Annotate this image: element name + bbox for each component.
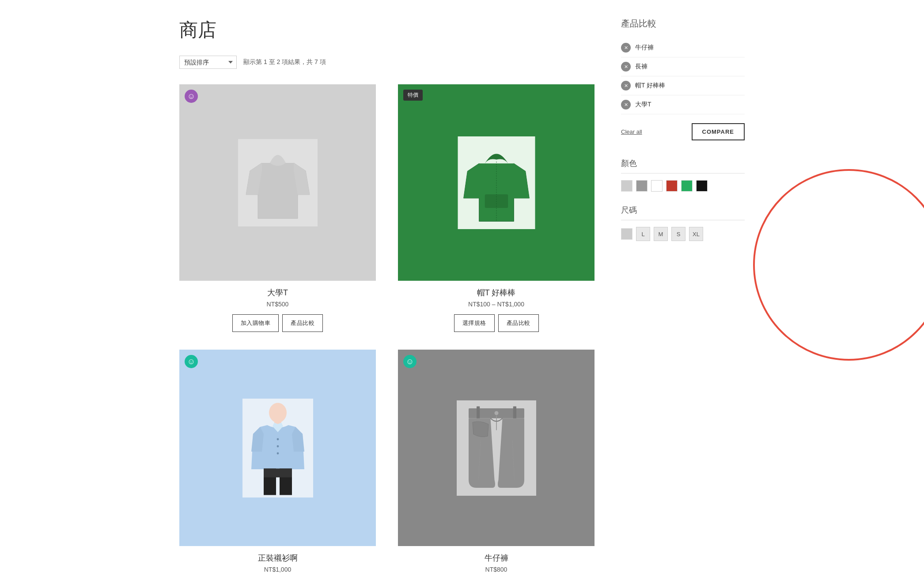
svg-point-21 bbox=[754, 170, 924, 360]
product-name: 大學T bbox=[179, 287, 376, 298]
sort-select[interactable]: 預設排序 價格由低到高 價格由高到低 最新商品 bbox=[179, 56, 237, 69]
product-name: 牛仔褲 bbox=[398, 553, 595, 563]
page-title: 商店 bbox=[179, 18, 595, 42]
size-swatch[interactable]: M bbox=[654, 227, 668, 241]
clear-all-button[interactable]: Clear all bbox=[621, 128, 642, 135]
color-swatch[interactable] bbox=[636, 180, 648, 192]
size-swatch[interactable]: XL bbox=[689, 227, 703, 241]
svg-rect-16 bbox=[513, 406, 516, 420]
smiley-badge: ☺ bbox=[185, 90, 198, 103]
product-compare-button[interactable]: 產品比較 bbox=[282, 314, 323, 332]
svg-point-9 bbox=[276, 452, 279, 454]
product-name: 帽T 好棒棒 bbox=[398, 287, 595, 298]
product-card: ☺ bbox=[179, 84, 376, 332]
product-price: NT$100 – NT$1,000 bbox=[398, 301, 595, 308]
color-swatch[interactable] bbox=[666, 180, 678, 192]
compare-actions: Clear all COMPARE bbox=[621, 123, 745, 140]
compare-item: 長褲 bbox=[621, 57, 745, 76]
compare-item-name: 帽T 好棒棒 bbox=[635, 82, 665, 90]
remove-compare-button[interactable] bbox=[621, 100, 631, 109]
product-name: 正裝襯衫啊 bbox=[179, 553, 376, 563]
sidebar: 產品比較 牛仔褲 長褲 帽T 好棒棒 大學T Clear all COMP bbox=[621, 18, 745, 580]
compare-button[interactable]: COMPARE bbox=[692, 123, 745, 140]
size-options: L M S XL bbox=[621, 227, 745, 241]
products-grid: ☺ bbox=[179, 84, 595, 580]
remove-compare-button[interactable] bbox=[621, 62, 631, 72]
product-image bbox=[179, 84, 376, 281]
compare-item-name: 長褲 bbox=[635, 63, 648, 71]
product-image-wrapper: 特價 bbox=[398, 84, 595, 281]
size-swatch[interactable]: S bbox=[671, 227, 685, 241]
remove-compare-button[interactable] bbox=[621, 43, 631, 53]
result-count: 顯示第 1 至 2 項結果，共 7 項 bbox=[243, 58, 326, 66]
color-filter-section: 顏色 bbox=[621, 158, 745, 192]
size-swatch[interactable]: L bbox=[636, 227, 650, 241]
smiley-badge: ☺ bbox=[185, 355, 198, 368]
product-image bbox=[398, 84, 595, 281]
product-price: NT$800 bbox=[398, 566, 595, 573]
color-swatch[interactable] bbox=[696, 180, 708, 192]
size-filter-title: 尺碼 bbox=[621, 205, 745, 220]
product-price: NT$500 bbox=[179, 301, 376, 308]
annotation-circle bbox=[747, 163, 924, 366]
color-swatch[interactable] bbox=[651, 180, 663, 192]
color-swatch[interactable] bbox=[681, 180, 693, 192]
svg-rect-12 bbox=[264, 468, 292, 477]
color-swatch[interactable] bbox=[621, 180, 632, 192]
smiley-badge: ☺ bbox=[403, 355, 417, 368]
size-filter-section: 尺碼 L M S XL bbox=[621, 205, 745, 241]
product-card: 特價 bbox=[398, 84, 595, 332]
sale-badge: 特價 bbox=[403, 90, 423, 101]
remove-compare-button[interactable] bbox=[621, 81, 631, 90]
svg-point-5 bbox=[269, 403, 287, 422]
svg-point-8 bbox=[276, 445, 279, 447]
product-image-wrapper: ☺ bbox=[179, 84, 376, 281]
compare-item: 大學T bbox=[621, 95, 745, 114]
svg-point-7 bbox=[276, 438, 279, 440]
select-variant-button[interactable]: 選擇規格 bbox=[454, 314, 495, 332]
add-to-cart-button[interactable]: 加入購物車 bbox=[232, 314, 279, 332]
compare-list: 牛仔褲 長褲 帽T 好棒棒 大學T bbox=[621, 38, 745, 114]
product-actions: 加入購物車 產品比較 bbox=[179, 314, 376, 332]
sort-bar: 預設排序 價格由低到高 價格由高到低 最新商品 顯示第 1 至 2 項結果，共 … bbox=[179, 56, 595, 69]
compare-item: 帽T 好棒棒 bbox=[621, 76, 745, 95]
product-price: NT$1,000 bbox=[179, 566, 376, 573]
svg-rect-15 bbox=[477, 406, 480, 420]
compare-item-name: 大學T bbox=[635, 101, 651, 109]
product-compare-button[interactable]: 產品比較 bbox=[498, 314, 539, 332]
compare-item-name: 牛仔褲 bbox=[635, 44, 654, 52]
color-filter-title: 顏色 bbox=[621, 158, 745, 173]
product-image bbox=[179, 350, 376, 546]
product-image-wrapper: ☺ bbox=[179, 350, 376, 546]
size-swatch-placeholder bbox=[621, 228, 632, 240]
product-card: ☺ bbox=[398, 350, 595, 580]
product-card: ☺ bbox=[179, 350, 376, 580]
product-image-wrapper: ☺ bbox=[398, 350, 595, 546]
product-actions: 選擇規格 產品比較 bbox=[398, 314, 595, 332]
color-options bbox=[621, 180, 745, 192]
compare-item: 牛仔褲 bbox=[621, 38, 745, 57]
svg-point-17 bbox=[494, 411, 498, 415]
product-image bbox=[398, 350, 595, 546]
sidebar-title: 產品比較 bbox=[621, 18, 745, 30]
